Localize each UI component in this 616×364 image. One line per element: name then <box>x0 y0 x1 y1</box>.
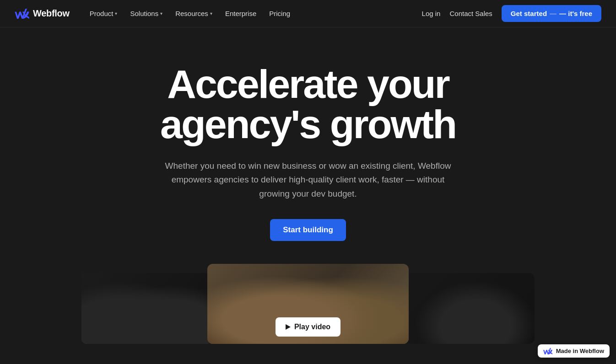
start-building-button[interactable]: Start building <box>270 219 346 241</box>
nav-enterprise[interactable]: Enterprise <box>220 7 262 20</box>
made-in-webflow-badge[interactable]: Made in Webflow <box>538 344 610 358</box>
nav-solutions[interactable]: Solutions ▾ <box>124 7 168 20</box>
webflow-badge-icon <box>543 348 552 354</box>
video-thumbnail-center: Play video <box>207 264 409 344</box>
logo-link[interactable]: Webflow <box>15 8 70 19</box>
video-section: Play video <box>18 264 598 344</box>
video-thumbnail-left <box>81 273 212 344</box>
nav-right: Log in Contact Sales Get started — — it'… <box>422 5 601 22</box>
nav-resources[interactable]: Resources ▾ <box>170 7 218 20</box>
chevron-down-icon: ▾ <box>115 11 117 16</box>
play-icon <box>286 324 291 330</box>
nav-links: Product ▾ Solutions ▾ Resources ▾ Enterp… <box>84 7 422 20</box>
get-started-button[interactable]: Get started — — it's free <box>502 5 601 22</box>
play-video-button[interactable]: Play video <box>276 317 340 337</box>
nav-product[interactable]: Product ▾ <box>84 7 123 20</box>
hero-title: Accelerate your agency's growth <box>148 64 468 145</box>
webflow-logo-icon <box>15 9 29 19</box>
logo-text: Webflow <box>33 8 70 19</box>
login-link[interactable]: Log in <box>422 10 441 17</box>
navbar: Webflow Product ▾ Solutions ▾ Resources … <box>0 0 616 27</box>
video-thumbnail-right <box>404 273 535 344</box>
hero-subtitle: Whether you need to win new business or … <box>162 159 454 201</box>
nav-pricing[interactable]: Pricing <box>264 7 296 20</box>
chevron-down-icon: ▾ <box>160 11 162 16</box>
chevron-down-icon: ▾ <box>210 11 212 16</box>
badge-label: Made in Webflow <box>556 348 604 354</box>
hero-section: Accelerate your agency's growth Whether … <box>0 27 616 344</box>
contact-sales-link[interactable]: Contact Sales <box>449 10 492 17</box>
